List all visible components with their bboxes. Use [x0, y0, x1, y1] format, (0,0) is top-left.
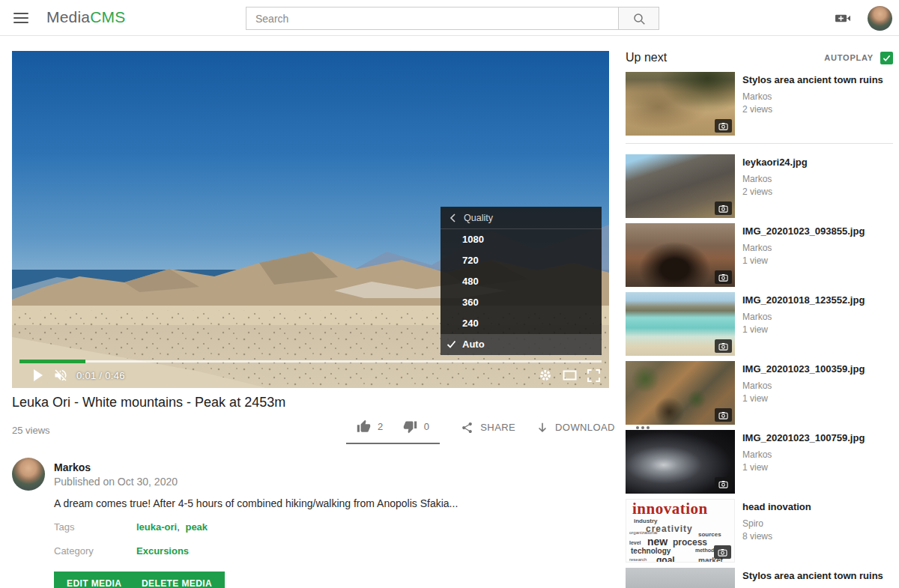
video-author: Markos	[742, 91, 883, 102]
tag-link-peak[interactable]: peak	[185, 521, 208, 533]
video-author: Markos	[742, 243, 865, 253]
divider	[626, 143, 893, 144]
theater-mode-icon	[563, 370, 577, 381]
video-title[interactable]: IMG_20201018_123552.jpg	[742, 294, 865, 306]
quality-option-auto[interactable]: Auto	[441, 334, 602, 355]
video-title[interactable]: IMG_20201023_093855.jpg	[742, 225, 865, 237]
video-title[interactable]: Stylos area ancient town ruins	[742, 74, 883, 86]
like-button[interactable]: 2	[357, 419, 384, 434]
tags-label: Tags	[54, 521, 74, 533]
video-thumbnail[interactable]	[626, 568, 735, 588]
share-button[interactable]: SHARE	[461, 421, 515, 440]
quality-option-360[interactable]: 360	[441, 292, 602, 313]
category-link[interactable]: Excursions	[136, 545, 189, 557]
edit-media-button[interactable]: EDIT MEDIA	[54, 572, 134, 588]
video-description: A dream comes true! After 4-5 hours of c…	[54, 497, 518, 509]
quality-option-480[interactable]: 480	[441, 271, 602, 292]
up-next-sidebar: Up next AUTOPLAY Stylos area ancient tow…	[626, 0, 893, 588]
camera-icon	[714, 545, 731, 559]
list-item[interactable]: IMG_20201023_100359.jpg Markos 1 view	[626, 361, 893, 425]
tag-link-leuka-ori[interactable]: leuka-ori	[136, 521, 177, 533]
search-icon	[632, 12, 646, 25]
category-label: Category	[54, 545, 94, 557]
video-thumbnail[interactable]: innovation industry creativity new proce…	[626, 499, 735, 563]
settings-button[interactable]	[536, 366, 554, 384]
wordcloud-text: sources	[698, 531, 721, 538]
author-name[interactable]: Markos	[54, 461, 91, 473]
up-next-title: Up next	[626, 51, 667, 64]
search-button[interactable]	[619, 7, 659, 30]
upload-media-button[interactable]	[833, 10, 853, 26]
quality-option-1080[interactable]: 1080	[441, 229, 602, 250]
thumbs-up-icon	[357, 419, 371, 434]
download-label: DOWNLOAD	[555, 422, 615, 433]
list-item[interactable]: leykaori24.jpg Markos 2 views	[626, 154, 893, 218]
video-thumbnail[interactable]	[626, 292, 735, 356]
autoplay-checkbox[interactable]	[880, 52, 893, 64]
delete-media-button[interactable]: DELETE MEDIA	[129, 572, 225, 588]
top-bar: MediaCMS	[0, 0, 899, 36]
tag-separator: ,	[177, 521, 180, 533]
quality-option-720[interactable]: 720	[441, 250, 602, 271]
download-button[interactable]: DOWNLOAD	[536, 421, 615, 440]
wordcloud-text: method	[695, 548, 714, 553]
fullscreen-button[interactable]	[584, 366, 602, 384]
video-thumbnail[interactable]	[626, 430, 735, 494]
like-count: 2	[378, 421, 384, 432]
video-views: 1 view	[742, 324, 865, 335]
quality-menu-header[interactable]: Quality	[441, 207, 602, 229]
video-author: Markos	[742, 312, 865, 322]
wordcloud-text: goal	[656, 555, 675, 563]
quality-option-240[interactable]: 240	[441, 313, 602, 334]
fullscreen-icon	[587, 369, 600, 382]
dislike-count: 0	[424, 421, 430, 432]
progress-played	[19, 360, 85, 363]
wordcloud-text: new	[647, 536, 668, 548]
videocam-plus-icon	[833, 10, 853, 26]
category-value: Excursions	[136, 545, 189, 557]
theater-mode-button[interactable]	[560, 366, 578, 384]
video-title[interactable]: leykaori24.jpg	[742, 157, 808, 169]
mute-button[interactable]	[51, 366, 70, 385]
video-title[interactable]: IMG_20201023_100759.jpg	[742, 432, 865, 444]
video-thumbnail[interactable]	[626, 223, 735, 287]
autoplay-label: AUTOPLAY	[824, 53, 874, 62]
progress-bar[interactable]	[19, 360, 602, 363]
thumbs-down-icon	[403, 419, 417, 434]
author-avatar[interactable]	[12, 458, 45, 491]
tags-value: leuka-ori, peak	[136, 521, 208, 533]
quality-menu: Quality 1080 720 480 360 240 Auto	[441, 207, 602, 355]
menu-icon[interactable]	[13, 13, 28, 23]
user-avatar[interactable]	[868, 6, 892, 31]
dislike-button[interactable]: 0	[403, 419, 430, 434]
chevron-left-icon	[450, 213, 456, 222]
share-icon	[461, 421, 473, 434]
time-display: 0:01 / 0:46	[76, 370, 125, 381]
wordcloud-text: organizational	[629, 530, 657, 535]
video-thumbnail[interactable]	[626, 154, 735, 218]
camera-icon	[715, 270, 732, 284]
check-icon	[883, 54, 891, 62]
video-title[interactable]: head inovation	[742, 501, 811, 513]
list-item[interactable]: Stylos area ancient town ruins Markos 2 …	[626, 72, 893, 136]
wordcloud-text: technology	[631, 547, 671, 555]
list-item[interactable]: IMG_20201018_123552.jpg Markos 1 view	[626, 292, 893, 356]
list-item[interactable]: Stylos area ancient town ruins	[626, 568, 893, 588]
app-logo[interactable]: MediaCMS	[46, 8, 125, 26]
logo-media-text: Media	[46, 8, 90, 25]
search-input[interactable]	[246, 7, 619, 30]
list-item[interactable]: IMG_20201023_100759.jpg Markos 1 view	[626, 430, 893, 494]
video-thumbnail[interactable]	[626, 361, 735, 425]
play-button[interactable]	[28, 366, 48, 385]
search-bar	[246, 7, 659, 30]
list-item[interactable]: innovation industry creativity new proce…	[626, 499, 893, 563]
video-title[interactable]: Stylos area ancient town ruins	[742, 570, 883, 582]
video-thumbnail[interactable]	[626, 72, 735, 136]
list-item[interactable]: IMG_20201023_093855.jpg Markos 1 view	[626, 223, 893, 287]
video-player[interactable]: Quality 1080 720 480 360 240 Auto	[12, 51, 609, 388]
quality-menu-title: Quality	[464, 213, 493, 223]
play-icon	[33, 369, 43, 381]
video-author: Markos	[742, 174, 808, 184]
video-title[interactable]: IMG_20201023_100359.jpg	[742, 363, 865, 375]
video-author: Markos	[742, 449, 865, 460]
